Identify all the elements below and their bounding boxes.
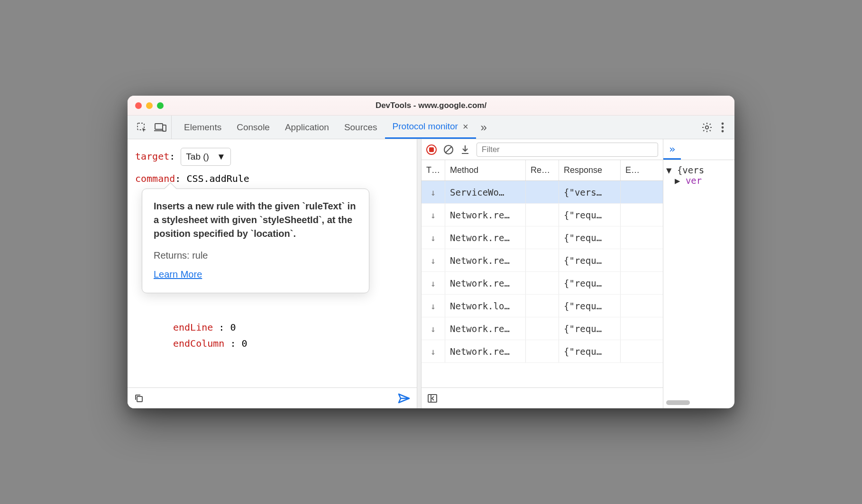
maximize-window-button[interactable] [157,102,164,109]
cell-direction: ↓ [422,272,445,294]
copy-icon[interactable] [134,394,144,403]
clear-icon[interactable] [443,144,454,155]
cell-method: Network.re… [445,249,526,271]
tab-label: Application [285,122,329,133]
tab-label: Sources [344,122,377,133]
tab-protocol-monitor[interactable]: Protocol monitor× [385,116,476,139]
col-request[interactable]: Re… [526,160,559,180]
cell-response: {"requ… [559,340,621,362]
svg-point-6 [722,126,724,128]
log-row[interactable]: ↓Network.re…{"requ… [422,249,663,272]
col-type[interactable]: T… [422,160,445,180]
cell-elapsed [621,204,642,226]
cell-response: {"requ… [559,204,621,226]
log-row[interactable]: ↓Network.lo…{"requ… [422,295,663,317]
tab-sources[interactable]: Sources [337,116,385,139]
record-button[interactable] [426,144,437,155]
cell-request [526,340,559,362]
inspect-element-icon[interactable] [136,122,147,133]
tab-application[interactable]: Application [277,116,337,139]
panel-tabbar: ElementsConsoleApplicationSourcesProtoco… [128,116,734,139]
content-area: target: Tab () ▼ command: CSS.addRule In… [128,139,734,408]
detail-more-tab[interactable]: » [663,139,681,160]
log-table-body[interactable]: ↓ServiceWo…{"vers…↓Network.re…{"requ…↓Ne… [422,181,663,387]
close-tab-icon[interactable]: × [463,121,468,132]
response-detail-pane: » ▼ {vers ▶ ver [663,139,734,408]
command-tooltip: Inserts a new rule with the given `ruleT… [142,189,369,293]
more-tabs-button[interactable]: » [476,116,492,139]
response-tree[interactable]: ▼ {vers ▶ ver [663,160,734,190]
cell-response: {"requ… [559,249,621,271]
cell-direction: ↓ [422,181,445,203]
cell-method: Network.lo… [445,295,526,317]
cell-method: Network.re… [445,317,526,340]
settings-icon[interactable] [701,122,713,133]
tab-elements[interactable]: Elements [176,116,229,139]
target-row: target: Tab () ▼ [135,148,409,166]
cell-request [526,249,559,271]
svg-point-4 [706,126,708,128]
svg-point-5 [722,122,724,125]
param-row: endColumn : 0 [173,335,409,351]
cell-request [526,226,559,249]
cell-direction: ↓ [422,226,445,249]
log-row[interactable]: ↓ServiceWo…{"vers… [422,181,663,204]
horizontal-scrollbar[interactable] [666,400,690,405]
device-toolbar-icon[interactable] [154,122,166,133]
tooltip-returns: Returns: rule [154,247,358,263]
more-options-icon[interactable] [721,122,724,133]
target-label: target [135,151,169,162]
param-value: 0 [230,322,236,333]
cell-method: Network.re… [445,204,526,226]
devtools-window: DevTools - www.google.com/ ElementsConso… [128,96,734,408]
window-title: DevTools - www.google.com/ [128,101,734,110]
svg-point-7 [722,130,724,132]
download-icon[interactable] [460,144,470,155]
cell-response: {"vers… [559,181,621,203]
param-key: endColumn [173,338,224,349]
learn-more-link[interactable]: Learn More [154,269,202,279]
minimize-window-button[interactable] [146,102,153,109]
log-row[interactable]: ↓Network.re…{"requ… [422,204,663,226]
protocol-footer [422,387,663,408]
cell-response: {"requ… [559,226,621,249]
cell-elapsed [621,226,642,249]
close-window-button[interactable] [135,102,142,109]
tab-console[interactable]: Console [229,116,277,139]
tree-child[interactable]: ▶ ver [666,175,732,186]
command-label: command [135,173,175,184]
send-command-button[interactable] [398,393,410,404]
svg-rect-8 [137,396,142,402]
cell-request [526,181,559,203]
tab-label: Console [237,122,270,133]
titlebar: DevTools - www.google.com/ [128,96,734,116]
param-value: 0 [242,338,248,349]
cell-direction: ↓ [422,204,445,226]
cell-elapsed [621,249,642,271]
col-method[interactable]: Method [445,160,526,180]
pane-splitter[interactable] [417,139,422,408]
col-elapsed[interactable]: E… [621,160,642,180]
toggle-sidebar-icon[interactable] [427,394,438,403]
filter-input[interactable] [477,143,658,157]
cell-elapsed [621,181,642,203]
cell-method: Network.re… [445,340,526,362]
command-editor-footer [128,387,417,408]
log-row[interactable]: ↓Network.re…{"requ… [422,317,663,340]
cell-method: Network.re… [445,272,526,294]
tree-root[interactable]: ▼ {vers [666,165,732,175]
cell-elapsed [621,340,642,362]
target-select[interactable]: Tab () ▼ [181,148,230,166]
log-table-header: T… Method Re… Response E… [422,160,663,181]
log-row[interactable]: ↓Network.re…{"requ… [422,226,663,249]
tab-label: Elements [184,122,221,133]
param-row: endLine : 0 [173,319,409,335]
cell-request [526,317,559,340]
command-value[interactable]: CSS.addRule [186,173,249,184]
log-row[interactable]: ↓Network.re…{"requ… [422,340,663,363]
cell-request [526,295,559,317]
cell-method: Network.re… [445,226,526,249]
col-response[interactable]: Response [559,160,621,180]
command-row: command: CSS.addRule [135,171,409,187]
log-row[interactable]: ↓Network.re…{"requ… [422,272,663,295]
